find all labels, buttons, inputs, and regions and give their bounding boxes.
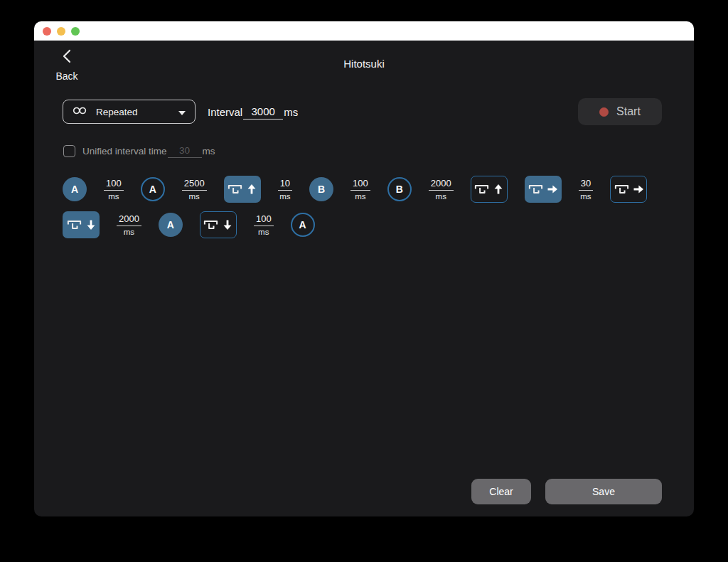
interval-value: 30 (579, 178, 593, 191)
stamp-icon (528, 183, 544, 196)
sequence-key-b-up[interactable]: B (387, 177, 412, 201)
start-label: Start (616, 105, 641, 118)
unified-interval-input[interactable]: 30 (168, 144, 202, 158)
interval-unit: ms (182, 191, 207, 201)
key-letter: B (318, 184, 325, 195)
clear-button[interactable]: Clear (471, 479, 531, 504)
sequence-key-a-up[interactable]: A (291, 213, 315, 237)
interval-unit: ms (350, 191, 370, 201)
arrow-down-icon (222, 219, 233, 230)
stamp-icon (614, 183, 630, 196)
back-label: Back (55, 70, 77, 82)
stamp-icon (203, 218, 219, 231)
interval-unit: ms (579, 191, 593, 201)
sequence-interval[interactable]: 30ms (579, 178, 593, 201)
key-letter: A (299, 219, 306, 230)
interval-value: 100 (350, 178, 370, 191)
window-titlebar (34, 21, 694, 41)
page-title: Hitotsuki (34, 58, 694, 70)
main-content: Back Hitotsuki Repeated Interval 3000 ms… (34, 41, 694, 516)
interval-value: 10 (278, 178, 292, 191)
arrow-right-icon (633, 184, 644, 195)
stamp-icon (227, 183, 243, 196)
sequence-interval[interactable]: 2000ms (117, 213, 141, 236)
record-dot-icon (599, 107, 609, 117)
arrow-up-icon (246, 184, 257, 195)
sequence-list: A100msA2500ms10msB100msB2000ms30ms2000ms… (63, 176, 660, 238)
sequence-arrow-up-up[interactable] (471, 176, 508, 203)
key-letter: A (71, 184, 78, 195)
sequence-key-a-down[interactable]: A (63, 177, 87, 201)
interval-value: 100 (254, 213, 274, 226)
arrow-up-icon (493, 184, 504, 195)
close-window-icon[interactable] (43, 27, 51, 36)
interval-value: 100 (104, 178, 124, 191)
sequence-interval[interactable]: 2000ms (429, 178, 454, 201)
footer-actions: Clear Save (471, 479, 662, 504)
interval-unit: ms (117, 226, 141, 236)
key-letter: B (396, 184, 403, 195)
key-letter: A (167, 219, 174, 230)
sequence-key-b-down[interactable]: B (309, 177, 333, 201)
interval-unit: ms (429, 191, 454, 201)
sequence-arrow-right-down[interactable] (525, 176, 562, 203)
chevron-down-icon (178, 105, 186, 118)
sequence-key-a-down[interactable]: A (159, 213, 183, 237)
sequence-key-a-up[interactable]: A (141, 177, 165, 201)
sequence-interval[interactable]: 10ms (278, 178, 292, 201)
unified-interval-label: Unified interval time (82, 146, 167, 157)
sequence-arrow-down-down[interactable] (63, 211, 100, 238)
interval-unit: ms (254, 226, 274, 236)
interval-input[interactable]: 3000 (243, 105, 283, 120)
sequence-arrow-down-up[interactable] (200, 211, 237, 238)
interval-unit: ms (104, 191, 124, 201)
key-letter: A (149, 184, 156, 195)
sequence-arrow-right-up[interactable] (610, 176, 647, 203)
sequence-interval[interactable]: 100ms (350, 178, 370, 201)
stamp-icon (473, 183, 490, 196)
arrow-down-icon (85, 219, 97, 230)
interval-value: 2000 (429, 178, 454, 191)
arrow-right-icon (547, 184, 558, 195)
interval-value: 2500 (182, 178, 207, 191)
zoom-window-icon[interactable] (71, 27, 80, 36)
minimize-window-icon[interactable] (57, 27, 65, 36)
sequence-arrow-up-down[interactable] (224, 176, 261, 203)
sequence-interval[interactable]: 2500ms (182, 178, 207, 201)
interval-label: Interval (208, 106, 242, 118)
unified-interval-checkbox[interactable] (63, 145, 75, 157)
interval-value: 2000 (117, 213, 141, 226)
interval-unit: ms (284, 106, 298, 118)
start-button[interactable]: Start (578, 98, 662, 125)
sequence-interval[interactable]: 100ms (254, 213, 274, 236)
mode-dropdown[interactable]: Repeated (63, 100, 196, 124)
unified-interval-row: Unified interval time 30 ms (63, 144, 215, 158)
save-button[interactable]: Save (545, 479, 662, 504)
unified-interval-unit: ms (203, 146, 215, 157)
infinity-icon (73, 105, 87, 118)
interval-group: Interval 3000 ms (208, 100, 298, 124)
stamp-icon (66, 218, 82, 231)
sequence-interval[interactable]: 100ms (104, 178, 124, 201)
mode-dropdown-value: Repeated (96, 107, 169, 117)
interval-unit: ms (278, 191, 292, 201)
app-window: Back Hitotsuki Repeated Interval 3000 ms… (34, 21, 694, 516)
